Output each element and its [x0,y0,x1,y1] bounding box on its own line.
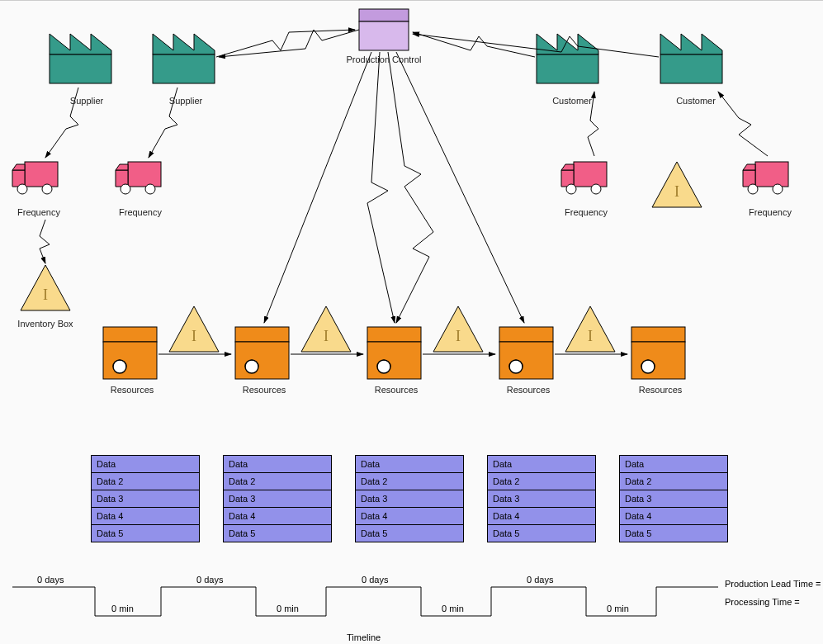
data-cell: Data [620,456,727,473]
svg-point-15 [145,184,155,194]
svg-rect-10 [25,162,58,187]
schedule-arrow-1 [264,52,371,323]
data-cell: Data 5 [92,525,199,542]
svg-marker-24 [652,162,702,207]
process-box-3 [367,327,421,379]
svg-text:I: I [456,328,461,344]
svg-text:I: I [674,183,679,200]
svg-rect-5 [153,54,215,83]
data-cell: Data 3 [620,490,727,508]
timeline-top-1: 0 days [37,575,64,585]
svg-point-11 [17,184,27,194]
data-box-2: DataData 2Data 3Data 4Data 5 [223,455,332,542]
svg-marker-28 [301,306,351,352]
truck-1-freq-label: Frequency [10,207,68,217]
inventory-between-4: I [565,306,615,352]
resources-5-label: Resources [627,385,693,395]
svg-rect-3 [50,54,111,83]
svg-rect-46 [631,327,685,342]
svg-rect-47 [631,342,685,379]
svg-point-36 [113,360,126,373]
inventory-between-2: I [301,306,351,352]
data-cell: Data 2 [92,473,199,490]
data-cell: Data 2 [488,473,595,490]
process-box-5 [631,327,685,379]
svg-text:I: I [588,328,593,344]
data-cell: Data 4 [620,508,727,525]
svg-point-12 [42,184,52,194]
data-box-4: DataData 2Data 3Data 4Data 5 [487,455,596,542]
factory-supplier-2 [153,34,215,83]
schedule-arrow-4 [396,52,524,323]
factory-customer-1 [537,34,598,83]
data-cell: Data 5 [224,525,331,542]
data-cell: Data [488,456,595,473]
svg-rect-19 [755,162,788,187]
svg-rect-1 [359,21,409,50]
svg-rect-44 [499,342,553,379]
truck-supplier-1 [12,162,58,194]
svg-rect-41 [367,342,421,379]
svg-marker-6 [537,34,598,54]
data-cell: Data 2 [356,473,463,490]
data-cell: Data 5 [356,525,463,542]
factory-customer-2 [660,34,722,83]
svg-rect-40 [367,327,421,342]
inventory-box-label: Inventory Box [8,319,83,329]
svg-marker-32 [565,306,615,352]
timeline-bot-3: 0 min [442,604,464,613]
svg-marker-2 [50,34,111,54]
svg-rect-37 [235,327,289,342]
truck-4-freq-label: Frequency [741,207,799,217]
timeline-caption: Timeline [347,632,381,642]
svg-point-14 [121,184,130,194]
inventory-between-3: I [433,306,483,352]
data-cell: Data 2 [224,473,331,490]
timeline-processing: Processing Time = [725,597,800,607]
svg-marker-22 [21,265,70,310]
svg-point-48 [641,360,655,373]
resources-4-label: Resources [495,385,561,395]
data-box-1: DataData 2Data 3Data 4Data 5 [91,455,200,542]
process-box-4 [499,327,553,379]
svg-text:I: I [43,286,48,303]
svg-rect-0 [359,9,409,21]
svg-marker-4 [153,34,215,54]
svg-text:I: I [324,328,329,344]
svg-point-17 [566,184,576,194]
data-cell: Data [224,456,331,473]
svg-point-45 [509,360,523,373]
inventory-between-1: I [169,306,219,352]
timeline-top-4: 0 days [527,575,553,585]
inventory-right-top: I [652,162,702,207]
data-cell: Data 4 [224,508,331,525]
data-cell: Data 3 [92,490,199,508]
eflow-pc-to-supplier2 [219,30,359,57]
truck-customer-1 [561,162,607,194]
svg-rect-9 [660,54,722,83]
truck-3-freq-label: Frequency [557,207,615,217]
timeline-bot-2: 0 min [277,604,299,613]
truck-supplier-2 [116,162,161,194]
resources-3-label: Resources [363,385,429,395]
eflow-supplier2-to-pc [216,30,355,57]
svg-rect-34 [103,327,157,342]
schedule-arrow-2 [367,52,395,323]
timeline-bot-4: 0 min [607,604,629,613]
svg-marker-30 [433,306,483,352]
data-cell: Data 3 [488,490,595,508]
data-box-3: DataData 2Data 3Data 4Data 5 [355,455,464,542]
svg-marker-26 [169,306,219,352]
truck-2-freq-label: Frequency [111,207,169,217]
resources-1-label: Resources [99,385,165,395]
svg-point-20 [748,184,758,194]
data-cell: Data 4 [488,508,595,525]
data-cell: Data [356,456,463,473]
data-cell: Data 3 [356,490,463,508]
svg-point-18 [591,184,601,194]
process-box-1 [103,327,157,379]
eflow-freq-inventory [40,220,50,263]
svg-rect-13 [128,162,161,187]
customer-2-label: Customer [667,96,725,106]
data-cell: Data 4 [92,508,199,525]
